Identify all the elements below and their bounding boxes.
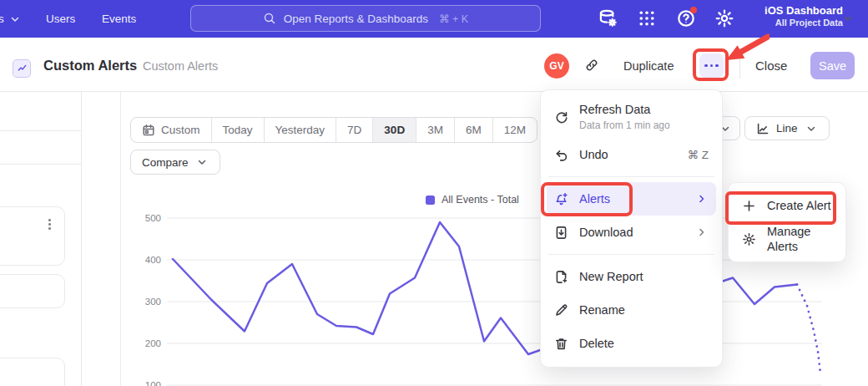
y-axis-tick-label: 100 xyxy=(145,380,161,386)
nav-item-events[interactable]: Events xyxy=(102,0,136,38)
search-label: Open Reports & Dashboards xyxy=(284,13,428,25)
duplicate-button[interactable]: Duplicate xyxy=(623,59,674,73)
calendar-icon xyxy=(142,124,155,137)
notification-badge xyxy=(690,7,697,13)
chart-type-label: Line xyxy=(776,122,798,135)
undo-icon xyxy=(554,148,568,162)
chevron-down-icon xyxy=(195,155,209,169)
menu-item-alerts[interactable]: Alerts xyxy=(547,182,716,216)
project-subtitle: All Project Data xyxy=(765,18,843,29)
menu-item-label: New Report xyxy=(579,269,643,284)
menu-item-download[interactable]: Download xyxy=(547,216,716,249)
menu-item-label: Manage Alerts xyxy=(767,224,832,254)
avatar[interactable]: GV xyxy=(544,53,569,79)
gear-icon xyxy=(742,232,756,246)
menu-item-manage-alerts[interactable]: Manage Alerts xyxy=(734,222,840,256)
chevron-right-icon xyxy=(695,192,709,206)
report-header: Custom Alerts Custom Alerts GV Duplicate… xyxy=(0,38,868,92)
save-button[interactable]: Save xyxy=(810,52,855,79)
menu-item-label: Create Alert xyxy=(767,198,831,213)
range-today[interactable]: Today xyxy=(211,118,264,142)
apps-grid-icon[interactable] xyxy=(637,8,657,28)
menu-item-create-alert[interactable]: Create Alert xyxy=(734,189,840,222)
project-switcher[interactable]: iOS Dashboard All Project Data xyxy=(765,4,843,29)
search-icon xyxy=(263,12,276,25)
series-line-dotted-incomplete xyxy=(797,285,820,374)
page-title: Custom Alerts xyxy=(43,58,137,74)
bell-plus-icon xyxy=(554,192,568,206)
menu-item-undo[interactable]: Undo⌘ Z xyxy=(547,138,716,171)
range-6m[interactable]: 6M xyxy=(454,118,492,142)
menu-item-new-report[interactable]: New Report xyxy=(547,260,716,293)
plus-icon xyxy=(742,199,756,213)
sidebar-card[interactable] xyxy=(0,206,65,266)
chevron-down-icon xyxy=(841,12,855,25)
menu-item-refresh[interactable]: Refresh DataData from 1 min ago xyxy=(547,96,716,138)
alerts-submenu: Create AlertManage Alerts xyxy=(728,182,846,262)
menu-item-label: Refresh Data xyxy=(579,102,670,117)
date-range-control: CustomTodayYesterday7D30D3M6M12M xyxy=(130,117,537,143)
y-axis-tick-label: 200 xyxy=(145,338,161,348)
menu-item-label: Undo xyxy=(579,147,608,162)
range-custom[interactable]: Custom xyxy=(131,118,211,142)
range-yesterday[interactable]: Yesterday xyxy=(264,118,336,142)
report-icon xyxy=(13,59,31,78)
kebab-menu-icon[interactable] xyxy=(48,219,51,230)
menu-item-label: Delete xyxy=(579,336,614,351)
y-axis-tick-label: 300 xyxy=(145,297,161,307)
range-7d[interactable]: 7D xyxy=(336,118,372,142)
project-name: iOS Dashboard xyxy=(765,4,843,18)
nav-item-truncated[interactable]: s xyxy=(0,0,22,38)
top-navbar: s Users Events Open Reports & Dashboards… xyxy=(0,0,868,38)
sidebar-divider xyxy=(81,92,82,386)
sidebar-row-divider xyxy=(0,164,81,165)
compare-label: Compare xyxy=(142,156,189,169)
mixpanel-report-editor: 500400300200100 All Events - Total Custo… xyxy=(0,0,868,386)
trash-icon xyxy=(554,337,568,351)
sidebar-row-divider xyxy=(0,130,81,131)
range-3m[interactable]: 3M xyxy=(416,118,454,142)
chevron-down-icon xyxy=(8,13,22,26)
copy-link-icon[interactable] xyxy=(585,58,602,75)
breadcrumb: Custom Alerts xyxy=(143,59,218,73)
more-options-button[interactable] xyxy=(699,53,724,78)
chevron-down-icon xyxy=(805,122,818,135)
header-divider xyxy=(739,52,740,79)
chevron-right-icon xyxy=(695,226,709,239)
menu-item-label: Download xyxy=(579,225,633,240)
more-options-menu: Refresh DataData from 1 min agoUndo⌘ ZAl… xyxy=(540,89,723,368)
menu-divider xyxy=(548,254,714,255)
chart-card-left-border xyxy=(120,92,121,386)
download-icon xyxy=(554,226,568,240)
y-axis-tick-label: 500 xyxy=(145,213,161,223)
legend-swatch xyxy=(426,196,435,205)
compare-button[interactable]: Compare xyxy=(130,150,220,175)
menu-item-delete[interactable]: Delete xyxy=(547,327,716,360)
shortcut-hint: ⌘ Z xyxy=(688,148,709,161)
help-icon[interactable] xyxy=(676,8,696,28)
pencil-icon xyxy=(554,303,568,317)
sidebar-card[interactable] xyxy=(0,274,65,308)
nav-item-users[interactable]: Users xyxy=(46,0,75,38)
close-button[interactable]: Close xyxy=(755,58,787,73)
legend-label: All Events - Total xyxy=(442,194,519,206)
menu-divider xyxy=(548,176,714,177)
sidebar-card[interactable] xyxy=(0,358,65,386)
refresh-icon xyxy=(554,110,568,124)
chart-legend[interactable]: All Events - Total xyxy=(426,194,519,206)
line-chart-icon xyxy=(756,122,770,135)
menu-item-label: Alerts xyxy=(579,191,610,206)
y-axis-tick-label: 400 xyxy=(145,255,161,265)
menu-item-rename[interactable]: Rename xyxy=(547,293,716,327)
range-30d[interactable]: 30D xyxy=(372,118,416,142)
chart-type-button[interactable]: Line xyxy=(744,116,830,140)
new-report-icon xyxy=(554,270,568,284)
range-12m[interactable]: 12M xyxy=(492,118,537,142)
search-shortcut: ⌘ + K xyxy=(439,13,468,25)
global-search[interactable]: Open Reports & Dashboards ⌘ + K xyxy=(190,5,541,32)
gear-icon[interactable] xyxy=(714,8,734,28)
data-management-icon[interactable] xyxy=(598,8,618,28)
menu-item-label: Rename xyxy=(579,302,625,317)
menu-item-sublabel: Data from 1 min ago xyxy=(579,119,670,132)
